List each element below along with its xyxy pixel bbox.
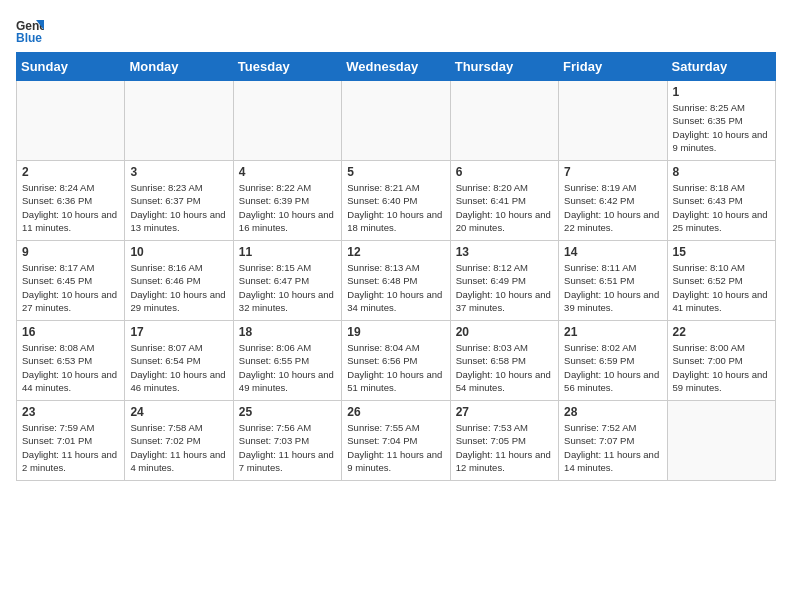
day-cell: [559, 81, 667, 161]
day-number: 15: [673, 245, 770, 259]
day-number: 21: [564, 325, 661, 339]
day-cell: 15Sunrise: 8:10 AM Sunset: 6:52 PM Dayli…: [667, 241, 775, 321]
day-number: 6: [456, 165, 553, 179]
day-cell: 7Sunrise: 8:19 AM Sunset: 6:42 PM Daylig…: [559, 161, 667, 241]
day-cell: 18Sunrise: 8:06 AM Sunset: 6:55 PM Dayli…: [233, 321, 341, 401]
day-cell: 28Sunrise: 7:52 AM Sunset: 7:07 PM Dayli…: [559, 401, 667, 481]
day-number: 9: [22, 245, 119, 259]
day-cell: 24Sunrise: 7:58 AM Sunset: 7:02 PM Dayli…: [125, 401, 233, 481]
day-info: Sunrise: 8:02 AM Sunset: 6:59 PM Dayligh…: [564, 341, 661, 394]
day-info: Sunrise: 8:23 AM Sunset: 6:37 PM Dayligh…: [130, 181, 227, 234]
day-number: 17: [130, 325, 227, 339]
day-cell: [233, 81, 341, 161]
day-cell: 13Sunrise: 8:12 AM Sunset: 6:49 PM Dayli…: [450, 241, 558, 321]
day-info: Sunrise: 8:00 AM Sunset: 7:00 PM Dayligh…: [673, 341, 770, 394]
day-cell: [667, 401, 775, 481]
week-row-1: 1Sunrise: 8:25 AM Sunset: 6:35 PM Daylig…: [17, 81, 776, 161]
header: General Blue: [16, 16, 776, 44]
day-cell: 20Sunrise: 8:03 AM Sunset: 6:58 PM Dayli…: [450, 321, 558, 401]
day-info: Sunrise: 7:53 AM Sunset: 7:05 PM Dayligh…: [456, 421, 553, 474]
day-number: 4: [239, 165, 336, 179]
day-info: Sunrise: 8:12 AM Sunset: 6:49 PM Dayligh…: [456, 261, 553, 314]
week-row-4: 16Sunrise: 8:08 AM Sunset: 6:53 PM Dayli…: [17, 321, 776, 401]
day-info: Sunrise: 8:03 AM Sunset: 6:58 PM Dayligh…: [456, 341, 553, 394]
day-number: 1: [673, 85, 770, 99]
day-number: 19: [347, 325, 444, 339]
day-number: 28: [564, 405, 661, 419]
day-info: Sunrise: 7:55 AM Sunset: 7:04 PM Dayligh…: [347, 421, 444, 474]
day-cell: 5Sunrise: 8:21 AM Sunset: 6:40 PM Daylig…: [342, 161, 450, 241]
day-cell: [342, 81, 450, 161]
day-number: 23: [22, 405, 119, 419]
day-info: Sunrise: 7:59 AM Sunset: 7:01 PM Dayligh…: [22, 421, 119, 474]
day-info: Sunrise: 8:13 AM Sunset: 6:48 PM Dayligh…: [347, 261, 444, 314]
day-cell: 6Sunrise: 8:20 AM Sunset: 6:41 PM Daylig…: [450, 161, 558, 241]
day-info: Sunrise: 7:56 AM Sunset: 7:03 PM Dayligh…: [239, 421, 336, 474]
day-number: 5: [347, 165, 444, 179]
day-cell: [125, 81, 233, 161]
day-number: 20: [456, 325, 553, 339]
day-header-wednesday: Wednesday: [342, 53, 450, 81]
day-number: 18: [239, 325, 336, 339]
day-number: 22: [673, 325, 770, 339]
day-info: Sunrise: 8:10 AM Sunset: 6:52 PM Dayligh…: [673, 261, 770, 314]
day-number: 10: [130, 245, 227, 259]
day-cell: 16Sunrise: 8:08 AM Sunset: 6:53 PM Dayli…: [17, 321, 125, 401]
day-number: 2: [22, 165, 119, 179]
day-header-thursday: Thursday: [450, 53, 558, 81]
day-info: Sunrise: 8:08 AM Sunset: 6:53 PM Dayligh…: [22, 341, 119, 394]
day-cell: 11Sunrise: 8:15 AM Sunset: 6:47 PM Dayli…: [233, 241, 341, 321]
day-cell: 25Sunrise: 7:56 AM Sunset: 7:03 PM Dayli…: [233, 401, 341, 481]
logo: General Blue: [16, 16, 48, 44]
day-cell: 14Sunrise: 8:11 AM Sunset: 6:51 PM Dayli…: [559, 241, 667, 321]
day-cell: 19Sunrise: 8:04 AM Sunset: 6:56 PM Dayli…: [342, 321, 450, 401]
header-row: SundayMondayTuesdayWednesdayThursdayFrid…: [17, 53, 776, 81]
day-header-monday: Monday: [125, 53, 233, 81]
day-info: Sunrise: 8:15 AM Sunset: 6:47 PM Dayligh…: [239, 261, 336, 314]
day-cell: 8Sunrise: 8:18 AM Sunset: 6:43 PM Daylig…: [667, 161, 775, 241]
day-cell: 9Sunrise: 8:17 AM Sunset: 6:45 PM Daylig…: [17, 241, 125, 321]
day-cell: [450, 81, 558, 161]
day-info: Sunrise: 8:11 AM Sunset: 6:51 PM Dayligh…: [564, 261, 661, 314]
day-cell: 2Sunrise: 8:24 AM Sunset: 6:36 PM Daylig…: [17, 161, 125, 241]
day-info: Sunrise: 8:04 AM Sunset: 6:56 PM Dayligh…: [347, 341, 444, 394]
day-info: Sunrise: 8:21 AM Sunset: 6:40 PM Dayligh…: [347, 181, 444, 234]
day-number: 25: [239, 405, 336, 419]
day-cell: 23Sunrise: 7:59 AM Sunset: 7:01 PM Dayli…: [17, 401, 125, 481]
day-info: Sunrise: 8:16 AM Sunset: 6:46 PM Dayligh…: [130, 261, 227, 314]
day-info: Sunrise: 8:07 AM Sunset: 6:54 PM Dayligh…: [130, 341, 227, 394]
logo-icon: General Blue: [16, 16, 44, 44]
week-row-3: 9Sunrise: 8:17 AM Sunset: 6:45 PM Daylig…: [17, 241, 776, 321]
day-number: 12: [347, 245, 444, 259]
day-header-friday: Friday: [559, 53, 667, 81]
day-number: 13: [456, 245, 553, 259]
day-cell: 1Sunrise: 8:25 AM Sunset: 6:35 PM Daylig…: [667, 81, 775, 161]
day-info: Sunrise: 8:22 AM Sunset: 6:39 PM Dayligh…: [239, 181, 336, 234]
day-info: Sunrise: 8:17 AM Sunset: 6:45 PM Dayligh…: [22, 261, 119, 314]
svg-text:Blue: Blue: [16, 31, 42, 44]
day-number: 27: [456, 405, 553, 419]
day-cell: 10Sunrise: 8:16 AM Sunset: 6:46 PM Dayli…: [125, 241, 233, 321]
day-cell: 27Sunrise: 7:53 AM Sunset: 7:05 PM Dayli…: [450, 401, 558, 481]
day-info: Sunrise: 8:18 AM Sunset: 6:43 PM Dayligh…: [673, 181, 770, 234]
calendar: SundayMondayTuesdayWednesdayThursdayFrid…: [16, 52, 776, 481]
day-number: 7: [564, 165, 661, 179]
day-cell: 22Sunrise: 8:00 AM Sunset: 7:00 PM Dayli…: [667, 321, 775, 401]
week-row-5: 23Sunrise: 7:59 AM Sunset: 7:01 PM Dayli…: [17, 401, 776, 481]
day-cell: 4Sunrise: 8:22 AM Sunset: 6:39 PM Daylig…: [233, 161, 341, 241]
day-cell: 17Sunrise: 8:07 AM Sunset: 6:54 PM Dayli…: [125, 321, 233, 401]
day-cell: 12Sunrise: 8:13 AM Sunset: 6:48 PM Dayli…: [342, 241, 450, 321]
day-cell: 21Sunrise: 8:02 AM Sunset: 6:59 PM Dayli…: [559, 321, 667, 401]
day-number: 11: [239, 245, 336, 259]
day-number: 16: [22, 325, 119, 339]
day-cell: [17, 81, 125, 161]
day-header-sunday: Sunday: [17, 53, 125, 81]
day-cell: 3Sunrise: 8:23 AM Sunset: 6:37 PM Daylig…: [125, 161, 233, 241]
day-number: 14: [564, 245, 661, 259]
day-number: 24: [130, 405, 227, 419]
day-info: Sunrise: 7:52 AM Sunset: 7:07 PM Dayligh…: [564, 421, 661, 474]
day-cell: 26Sunrise: 7:55 AM Sunset: 7:04 PM Dayli…: [342, 401, 450, 481]
day-number: 8: [673, 165, 770, 179]
week-row-2: 2Sunrise: 8:24 AM Sunset: 6:36 PM Daylig…: [17, 161, 776, 241]
day-header-tuesday: Tuesday: [233, 53, 341, 81]
